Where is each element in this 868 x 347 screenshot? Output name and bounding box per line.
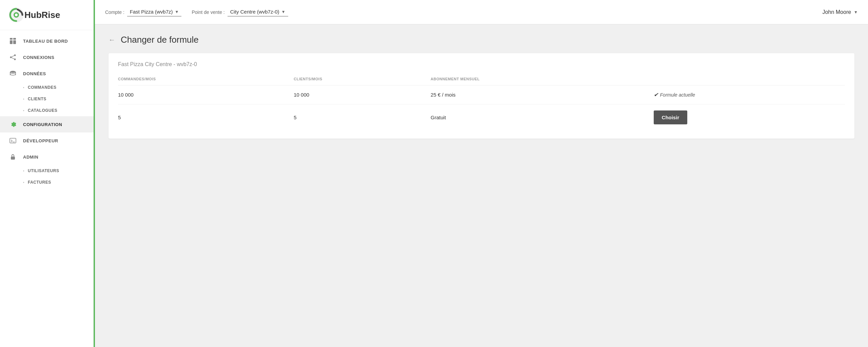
sidebar-item-admin[interactable]: ADMIN [0,149,94,165]
svg-rect-3 [10,38,13,40]
svg-point-12 [10,71,16,73]
svg-rect-4 [13,38,16,40]
svg-rect-6 [13,40,16,44]
row1-clients: 10 000 [294,85,431,104]
row2-abonnement: Gratuit [431,104,653,131]
sidebar-item-label-donnees: DONNÉES [23,71,46,76]
current-plan-badge: ✔ Formule actuelle [654,91,841,98]
svg-point-2 [15,14,18,16]
sidebar-item-clients[interactable]: CLIENTS [0,93,94,105]
compte-select[interactable]: Fast Pizza (wvb7z) ▼ [127,7,182,17]
header: Compte : Fast Pizza (wvb7z) ▼ Point de v… [95,0,868,24]
sidebar-item-label-catalogues: CATALOGUES [28,108,57,113]
pricing-table: COMMANDES/MOIS CLIENTS/MOIS ABONNEMENT M… [118,74,845,130]
compte-dropdown-icon: ▼ [175,9,179,14]
row1-abonnement: 25 € / mois [431,85,653,104]
svg-line-10 [12,56,14,57]
sidebar-item-label-utilisateurs: UTILISATEURS [28,168,59,173]
hubrise-logo-icon [8,7,24,23]
sidebar-item-label-connexions: CONNEXIONS [23,55,54,60]
user-name: John Moore [823,9,851,15]
col-action [654,74,845,85]
compte-selector-group: Compte : Fast Pizza (wvb7z) ▼ [105,7,181,17]
point-vente-label: Point de vente : [192,9,224,15]
checkmark-icon: ✔ [654,91,658,98]
table-row: 10 000 10 000 25 € / mois ✔ Formule actu… [118,85,845,104]
row2-action[interactable]: Choisir [654,104,845,131]
sidebar-nav: TABLEAU DE BORD CONNEXIONS DONNÉES COMMA… [0,30,94,347]
user-menu[interactable]: John Moore ▼ [823,9,858,15]
svg-point-8 [10,57,12,58]
point-vente-dropdown-icon: ▼ [281,9,285,14]
lock-icon [8,154,18,160]
choose-button[interactable]: Choisir [654,110,688,124]
sidebar-item-factures[interactable]: FACTURES [0,177,94,188]
sidebar-item-donnees[interactable]: DONNÉES [0,65,94,82]
sidebar-item-label-factures: FACTURES [28,180,51,185]
col-abonnement: ABONNEMENT MENSUEL [431,74,653,85]
database-icon [8,70,18,77]
sidebar-item-label-admin: ADMIN [23,155,38,160]
svg-line-11 [12,58,14,59]
point-vente-select[interactable]: City Centre (wvb7z-0) ▼ [228,7,288,17]
card-title: Fast Pizza City Centre - wvb7z-0 [118,61,845,67]
sidebar-item-commandes[interactable]: COMMANDES [0,82,94,93]
header-selectors: Compte : Fast Pizza (wvb7z) ▼ Point de v… [105,7,288,17]
page-header: ← Changer de formule [108,35,854,45]
dashboard-icon [8,38,18,44]
col-clients: CLIENTS/MOIS [294,74,431,85]
sidebar-item-label-configuration: CONFIGURATION [23,122,62,127]
point-vente-value: City Centre (wvb7z-0) [230,9,279,15]
svg-rect-5 [10,40,13,44]
table-row: 5 5 Gratuit Choisir [118,104,845,131]
svg-rect-13 [10,138,16,143]
sidebar-logo: HubRise [0,0,94,30]
sidebar-item-developpeur[interactable]: DÉVELOPPEUR [0,132,94,149]
sidebar-item-configuration[interactable]: CONFIGURATION [0,116,94,132]
gear-icon [8,121,18,128]
terminal-icon [8,137,18,144]
svg-point-7 [14,55,16,56]
sidebar-item-label-clients: CLIENTS [28,97,46,101]
svg-rect-15 [11,157,15,160]
page-title: Changer de formule [121,35,199,45]
table-header-row: COMMANDES/MOIS CLIENTS/MOIS ABONNEMENT M… [118,74,845,85]
back-button[interactable]: ← [108,36,115,44]
col-commandes: COMMANDES/MOIS [118,74,294,85]
compte-label: Compte : [105,9,124,15]
svg-point-9 [14,59,16,60]
point-vente-selector-group: Point de vente : City Centre (wvb7z-0) ▼ [192,7,288,17]
pricing-card: Fast Pizza City Centre - wvb7z-0 COMMAND… [108,53,854,139]
sidebar-item-catalogues[interactable]: CATALOGUES [0,105,94,116]
content-area: ← Changer de formule Fast Pizza City Cen… [95,24,868,347]
row2-commandes: 5 [118,104,294,131]
sidebar-item-label-commandes: COMMANDES [28,85,57,90]
compte-value: Fast Pizza (wvb7z) [130,9,173,15]
row2-clients: 5 [294,104,431,131]
row1-action: ✔ Formule actuelle [654,85,845,104]
sidebar: HubRise TABLEAU DE BORD CONNEXIONS DONNÉ… [0,0,95,347]
share-icon [8,54,18,61]
sidebar-item-label-developpeur: DÉVELOPPEUR [23,138,58,143]
sidebar-item-connexions[interactable]: CONNEXIONS [0,49,94,65]
logo-text: HubRise [24,10,60,20]
sidebar-item-tableau[interactable]: TABLEAU DE BORD [0,33,94,49]
sidebar-item-utilisateurs[interactable]: UTILISATEURS [0,165,94,177]
user-dropdown-icon: ▼ [854,10,858,15]
main-content: Compte : Fast Pizza (wvb7z) ▼ Point de v… [95,0,868,347]
row1-commandes: 10 000 [118,85,294,104]
sidebar-item-label-tableau: TABLEAU DE BORD [23,39,68,44]
